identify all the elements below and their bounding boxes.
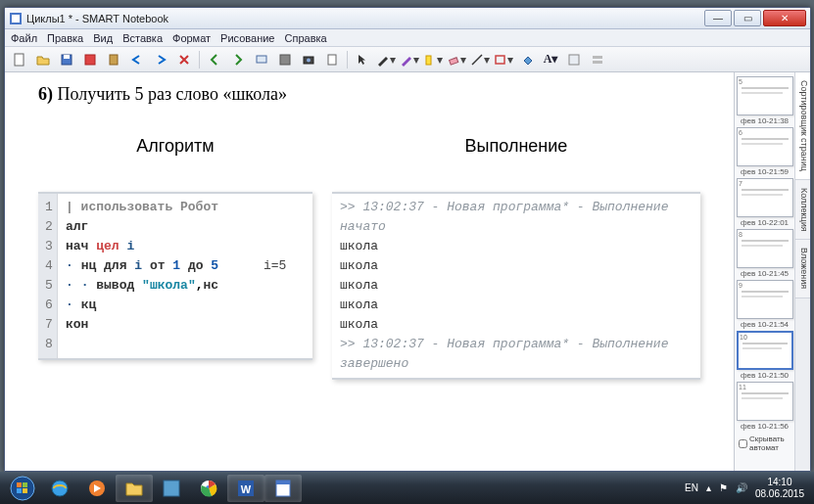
- app-window: Циклы1 * - SMART Notebook — ▭ ✕ Файл Пра…: [4, 7, 811, 472]
- thumbnail-caption: фев 10-21:50: [737, 371, 792, 380]
- tool-delete-icon[interactable]: [173, 50, 195, 69]
- line-number: 5: [42, 276, 53, 296]
- taskbar-app1-icon[interactable]: [153, 475, 190, 502]
- menu-file[interactable]: Файл: [11, 32, 37, 44]
- thumbnail-image[interactable]: 9: [737, 280, 793, 319]
- thumbnail[interactable]: 9фев 10-21:54: [737, 280, 792, 329]
- tool-next-icon[interactable]: [227, 50, 249, 69]
- code-line: · · вывод "школа",нс: [66, 276, 305, 296]
- tool-paste-icon[interactable]: [103, 50, 124, 69]
- svg-rect-32: [276, 481, 290, 484]
- tool-open-icon[interactable]: [32, 50, 54, 69]
- tool-capture-icon[interactable]: [298, 50, 319, 69]
- output-line: школа: [340, 237, 693, 256]
- tab-gallery[interactable]: Коллекция: [795, 180, 810, 241]
- tool-shape-icon[interactable]: ▾: [493, 50, 514, 69]
- code-body: | использовать Роботалгнач цел i· нц для…: [58, 194, 312, 358]
- tool-shade-icon[interactable]: [274, 50, 296, 69]
- thumbnail-image[interactable]: 7: [737, 178, 793, 217]
- thumbnail-image[interactable]: 11: [737, 382, 793, 421]
- output-line: школа: [340, 276, 693, 296]
- thumbnail[interactable]: 10фев 10-21:50: [737, 331, 792, 380]
- menu-help[interactable]: Справка: [285, 32, 327, 44]
- menu-drawing[interactable]: Рисование: [220, 32, 274, 44]
- svg-rect-21: [23, 482, 27, 487]
- line-number: 1: [42, 198, 53, 217]
- minimize-button[interactable]: —: [704, 10, 732, 26]
- menu-insert[interactable]: Вставка: [122, 32, 163, 44]
- tool-line-icon[interactable]: ▾: [469, 50, 491, 69]
- autohide-check[interactable]: Скрывать автомат: [737, 433, 792, 454]
- tool-new-icon[interactable]: [9, 50, 30, 69]
- tab-attachments[interactable]: Вложения: [795, 240, 810, 298]
- tool-redo-icon[interactable]: [150, 50, 171, 69]
- tool-properties-icon[interactable]: [563, 50, 585, 69]
- tool-highlighter-icon[interactable]: ▾: [422, 50, 444, 69]
- tool-eraser-icon[interactable]: ▾: [446, 50, 467, 69]
- system-tray[interactable]: EN ▴ ⚑ 🔊 14:10 08.06.2015: [685, 477, 810, 500]
- close-button[interactable]: ✕: [763, 10, 806, 26]
- tool-export-icon[interactable]: [79, 50, 101, 69]
- tray-volume-icon[interactable]: 🔊: [736, 482, 747, 493]
- line-number: 6: [42, 296, 53, 315]
- thumbnail-image[interactable]: 8: [737, 229, 793, 268]
- svg-rect-1: [12, 15, 20, 23]
- thumbnail[interactable]: 8фев 10-21:45: [737, 229, 792, 278]
- line-number: 7: [42, 315, 53, 335]
- thumbnail[interactable]: 11фев 10-21:56: [737, 382, 792, 431]
- tool-fill-icon[interactable]: [516, 50, 538, 69]
- tool-move-toolbar-icon[interactable]: [587, 50, 608, 69]
- thumbnail[interactable]: 6фев 10-21:59: [737, 127, 792, 176]
- start-button[interactable]: [4, 472, 41, 504]
- tool-creative-pen-icon[interactable]: ▾: [399, 50, 420, 69]
- tool-pointer-icon[interactable]: [352, 50, 373, 69]
- taskbar-chrome-icon[interactable]: [190, 475, 227, 502]
- taskbar-word-icon[interactable]: W: [227, 475, 264, 502]
- page-sorter[interactable]: 5фев 10-21:386фев 10-21:597фев 10-22:018…: [735, 72, 794, 471]
- taskbar-media-icon[interactable]: [78, 475, 116, 502]
- tool-pen-icon[interactable]: ▾: [375, 50, 397, 69]
- tool-save-icon[interactable]: [56, 50, 77, 69]
- svg-rect-4: [64, 55, 70, 59]
- tool-doc-icon[interactable]: [321, 50, 343, 69]
- thumbnail-caption: фев 10-21:45: [737, 269, 792, 278]
- taskbar[interactable]: W EN ▴ ⚑ 🔊 14:10 08.06.2015: [0, 472, 814, 504]
- svg-rect-22: [17, 488, 22, 493]
- line-number: 2: [42, 217, 53, 237]
- tool-prev-icon[interactable]: [204, 50, 225, 69]
- thumbnail-image[interactable]: 10: [737, 331, 793, 370]
- menu-view[interactable]: Вид: [93, 32, 113, 44]
- tool-screen-icon[interactable]: [251, 50, 272, 69]
- tray-lang[interactable]: EN: [685, 482, 698, 493]
- thumbnail[interactable]: 7фев 10-22:01: [737, 178, 792, 227]
- menu-edit[interactable]: Правка: [47, 32, 83, 44]
- line-number: 8: [42, 335, 53, 354]
- taskbar-notebook-icon[interactable]: [264, 475, 302, 502]
- tool-text-icon[interactable]: A▾: [540, 50, 561, 69]
- tray-clock[interactable]: 14:10 08.06.2015: [755, 477, 804, 500]
- canvas[interactable]: 6) Получить 5 раз слово «школа» Алгоритм…: [5, 72, 734, 471]
- tab-page-sorter[interactable]: Сортировщик страниц: [795, 72, 810, 180]
- window-title: Циклы1 * - SMART Notebook: [26, 13, 702, 24]
- execution-heading: Выполнение: [332, 136, 700, 157]
- output-line: школа: [340, 296, 693, 315]
- code-line: алг: [66, 217, 305, 237]
- tool-undo-icon[interactable]: [126, 50, 148, 69]
- thumbnail-caption: фев 10-21:56: [737, 422, 792, 431]
- svg-rect-11: [328, 55, 336, 65]
- taskbar-ie-icon[interactable]: [41, 475, 78, 502]
- autohide-label: Скрывать автомат: [749, 435, 790, 452]
- titlebar[interactable]: Циклы1 * - SMART Notebook — ▭ ✕: [5, 8, 810, 29]
- code-block: 12345678 | использовать Роботалгнач цел …: [38, 192, 312, 360]
- thumbnail-image[interactable]: 6: [737, 127, 793, 166]
- menu-format[interactable]: Формат: [172, 32, 211, 44]
- output-line: школа: [340, 315, 693, 335]
- tray-expand-icon[interactable]: ▴: [706, 482, 711, 493]
- maximize-button[interactable]: ▭: [734, 10, 761, 26]
- thumbnail[interactable]: 5фев 10-21:38: [737, 76, 792, 125]
- taskbar-explorer-icon[interactable]: [116, 475, 153, 502]
- tray-flag-icon[interactable]: ⚑: [719, 482, 728, 493]
- autohide-checkbox[interactable]: [739, 439, 747, 448]
- svg-rect-26: [164, 481, 179, 496]
- thumbnail-image[interactable]: 5: [737, 76, 793, 115]
